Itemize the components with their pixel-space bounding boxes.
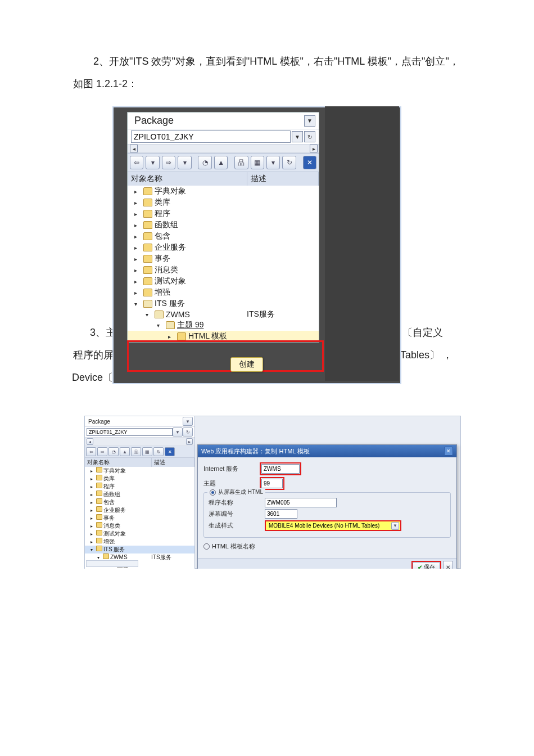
mini-refresh[interactable]: ↻	[153, 447, 164, 456]
tree-item-its[interactable]: ▾ITS 服务	[128, 298, 319, 309]
tree-item-dict[interactable]: ▸字典对象	[128, 186, 319, 197]
m-tree-include[interactable]: ▸包含	[85, 498, 194, 506]
m-tree-enterprise[interactable]: ▸企业服务	[85, 506, 194, 514]
mini-fwd[interactable]: ⇨	[97, 447, 107, 456]
display-button[interactable]: ◔	[198, 156, 211, 169]
mini-hscroll-right[interactable]: ▸	[186, 438, 193, 445]
screenshot-1: 3、主 程序的屏 Device〔 〔自定义 Tables〕 ， Package …	[0, 106, 534, 399]
radio-html-template-name[interactable]	[203, 543, 210, 550]
radio-generate-from-screen[interactable]	[210, 489, 216, 496]
package-dropdown[interactable]: ▼	[292, 131, 303, 142]
mini-up[interactable]: ▲	[120, 447, 130, 456]
generate-html-group: 从屏幕生成 HTML 程序名称 屏幕编号 生成样式 ▼	[203, 492, 451, 538]
up-button[interactable]: ▲	[214, 156, 228, 169]
behind-text-mid: 程序的屏	[73, 348, 114, 362]
m-tree-its[interactable]: ▾ITS 服务	[85, 546, 194, 554]
m-tree-test[interactable]: ▸测试对象	[85, 530, 194, 538]
close-button[interactable]: ✕	[303, 156, 316, 169]
hscroll-right[interactable]: ▸	[310, 145, 318, 152]
folder-icon	[143, 255, 152, 263]
list-menu[interactable]: ▾	[266, 156, 280, 169]
m-tree-dict[interactable]: ▸字典对象	[85, 467, 194, 475]
folder-icon	[143, 244, 152, 251]
hscroll-left[interactable]: ◂	[130, 145, 138, 152]
folder-icon	[143, 232, 152, 240]
behind-text-right2: Tables〕 ，	[400, 348, 452, 362]
folder-open-icon	[155, 310, 164, 318]
nav-back-button[interactable]: ⇦	[130, 156, 143, 169]
dialog-close-button[interactable]: ✕	[444, 447, 453, 456]
folder-open-icon	[166, 321, 175, 329]
tree-item-test[interactable]: ▸测试对象	[128, 276, 319, 287]
tree-item-message[interactable]: ▸消息类	[128, 264, 319, 276]
row-style: 生成样式 ▼	[209, 520, 446, 531]
navigator-toolbar: ⇦ ▾ ⇨ ▾ ◔ ▲ 品 ▦ ▾ ↻ ✕	[128, 153, 319, 172]
screen-input[interactable]	[265, 509, 297, 519]
save-button[interactable]: ✔保存	[413, 562, 440, 569]
m-tree-classlib[interactable]: ▸类库	[85, 475, 194, 483]
tree-item-enhance[interactable]: ▸增强	[128, 287, 319, 298]
mini-close[interactable]: ✕	[165, 447, 175, 456]
mini-pkg-dd[interactable]: ▼	[173, 428, 183, 436]
nav-fwd-button[interactable]: ⇨	[162, 156, 175, 169]
tree-item-classlib[interactable]: ▸类库	[128, 197, 319, 208]
internet-service-input[interactable]	[261, 464, 300, 474]
zwms-desc: ITS服务	[247, 309, 275, 320]
tree-item-topic99[interactable]: ▾主题 99	[128, 320, 319, 331]
mini-scrollbar[interactable]	[86, 560, 138, 567]
row-html-name: HTML 模板名称	[203, 542, 451, 551]
mini-disp[interactable]: ◔	[108, 447, 119, 456]
m-tree-program[interactable]: ▸程序	[85, 483, 194, 490]
sap-navigator-mini: Package ▼ ▼ ↻ ◂ ▸ ⇦ ⇨ ◔ ▲ 品 ▦ ↻ ✕ 对象名称 描…	[85, 416, 195, 568]
dialog-body: Internet 服务 主题 从屏幕生成 HTML 程序名称 屏幕编号 生成样式	[198, 457, 456, 558]
mini-pkg-refresh[interactable]: ↻	[183, 428, 193, 436]
nav-fwd-menu[interactable]: ▾	[178, 156, 191, 169]
screenshot-dark-panel	[325, 106, 399, 381]
folder-icon	[143, 277, 152, 285]
dialog-titlebar: Web 应用程序构建器：复制 HTML 模板 ✕	[198, 445, 456, 457]
tree-item-html-template[interactable]: ▸HTML 模板	[128, 331, 319, 342]
folder-icon	[143, 210, 152, 218]
tree-item-program[interactable]: ▸程序	[128, 208, 319, 219]
tree-item-transaction[interactable]: ▸事务	[128, 253, 319, 264]
mini-hscroll-left[interactable]: ◂	[87, 438, 93, 445]
create-html-template-dialog: Web 应用程序构建器：复制 HTML 模板 ✕ Internet 服务 主题 …	[197, 444, 457, 569]
package-refresh-button[interactable]: ↻	[304, 131, 315, 142]
m-tree-message[interactable]: ▸消息类	[85, 522, 194, 530]
behind-text-device: Device〔	[72, 371, 113, 384]
hierarchy-button[interactable]: 品	[234, 156, 248, 169]
folder-icon	[143, 199, 152, 206]
mini-dropdown[interactable]: ▼	[183, 417, 193, 426]
m-tree-transaction[interactable]: ▸事务	[85, 514, 194, 522]
sap-navigator-panel: Package ▼ ▼ ↻ ◂ ▸ ⇦ ▾ ⇨ ▾ ◔ ▲ 品 ▦ ▾	[127, 112, 319, 343]
check-icon: ✔	[418, 564, 422, 569]
row-screen: 屏幕编号	[209, 509, 446, 519]
tree-item-include[interactable]: ▸包含	[128, 231, 319, 242]
mini-hscroll: ◂ ▸	[85, 438, 194, 446]
m-tree-funcgroup[interactable]: ▸函数组	[85, 490, 194, 498]
row-internet-service: Internet 服务	[203, 462, 451, 475]
package-type-label: Package	[131, 114, 177, 128]
package-value-row: ▼ ↻	[128, 129, 319, 145]
tree-item-funcgroup[interactable]: ▸函数组	[128, 219, 319, 231]
mini-back[interactable]: ⇦	[86, 447, 96, 456]
mini-hier[interactable]: 品	[131, 447, 141, 456]
folder-open-icon	[143, 300, 152, 308]
topic-input[interactable]	[261, 479, 283, 488]
program-input[interactable]	[265, 498, 337, 507]
style-dropdown[interactable]: ▼	[391, 522, 399, 530]
nav-back-menu[interactable]: ▾	[146, 156, 159, 169]
tree-item-enterprise[interactable]: ▸企业服务	[128, 242, 319, 253]
mini-list[interactable]: ▦	[142, 447, 152, 456]
tree-item-zwms[interactable]: ▾ZWMSITS服务	[128, 309, 319, 320]
refresh-button[interactable]: ↻	[282, 156, 296, 169]
col-description: 描述	[247, 172, 319, 186]
mini-package-input[interactable]	[87, 428, 173, 436]
mini-toolbar: ⇦ ⇨ ◔ ▲ 品 ▦ ↻ ✕	[85, 446, 194, 458]
style-input[interactable]	[267, 521, 391, 530]
cancel-button[interactable]: ✕	[443, 561, 453, 569]
list-button[interactable]: ▦	[251, 156, 264, 169]
m-tree-enhance[interactable]: ▸增强	[85, 538, 194, 546]
package-type-dropdown[interactable]: ▼	[304, 115, 315, 127]
package-input[interactable]	[131, 130, 291, 143]
